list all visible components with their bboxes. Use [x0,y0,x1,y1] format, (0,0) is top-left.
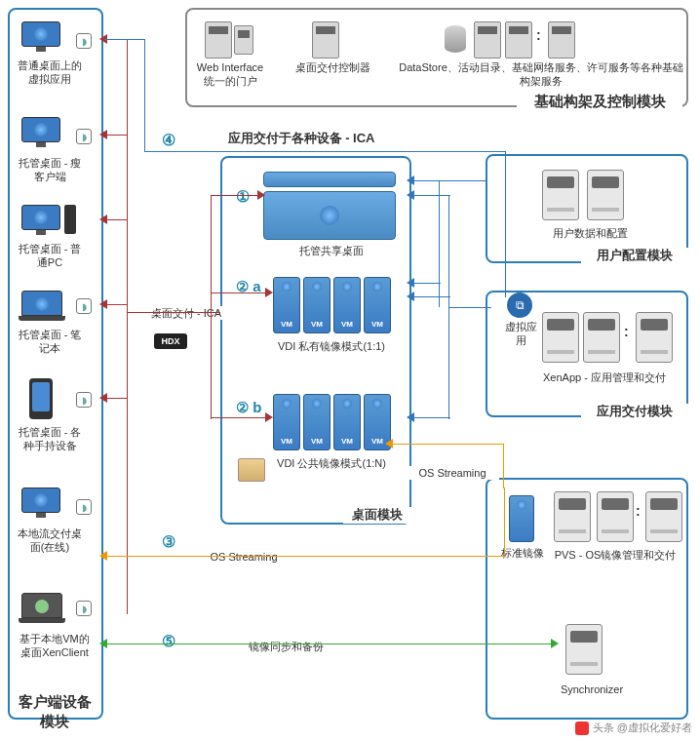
arrow-icon [257,190,270,200]
client-label-2: 托管桌面 - 普通PC [16,242,84,270]
arrow-icon [265,412,278,422]
line [144,151,505,152]
infra-label-0a: Web Interface [191,60,269,74]
wifi-icon: ◗ [76,33,92,49]
line [390,444,503,445]
arrow-icon [95,299,107,309]
arrow-icon [402,292,414,301]
sync-server-icon [565,624,603,675]
wifi-icon: ◗ [76,298,92,314]
line [211,195,212,419]
wifi-icon: ◗ [76,601,92,616]
hosted-bar [263,172,396,187]
ellipsis: : [624,324,629,339]
server-icon [597,491,634,542]
desktop-ica-label: 桌面交付 - ICA [133,306,240,320]
client-label-0: 普通桌面上的虚拟应用 [16,58,84,87]
line [411,180,486,181]
arrow-icon [95,393,107,403]
virt-app-label: 虚拟应用 [501,320,540,348]
sync-label: Synchronizer [538,682,645,696]
line [127,39,128,614]
client-title: 客户端设备模块 [16,692,94,730]
arrow-icon [402,278,414,288]
infra-srv-3 [548,21,575,58]
num-3: ③ [162,532,175,553]
client-label-5: 本地流交付桌面(在线) [16,526,84,555]
line [503,444,504,488]
ellipsis: : [636,503,641,519]
std-image-label: 标准镜像 [501,546,544,560]
wifi-icon: ◗ [76,129,92,144]
arrow-icon [95,551,107,561]
server-icon [587,170,624,220]
client-item-2 [21,205,60,230]
client-label-1: 托管桌面 - 瘦客户端 [16,156,84,184]
vdi-private-label: VDI 私有镜像模式(1:1) [273,339,390,353]
user-cfg-title: 用户配置模块 [581,248,688,264]
client-item-1 [21,117,60,142]
client-item-6 [21,593,62,618]
arrow-icon [265,288,278,297]
web-interface-icon [205,21,232,58]
client-item-0 [21,21,60,47]
line [104,304,127,305]
client-label-6: 基于本地VM的桌面XenClient [16,632,94,660]
xenapp-label: XenApp - 应用管理和交付 [526,370,682,384]
line [211,195,259,196]
vdi-public-rack: VM VM VM VM [273,394,391,450]
line [104,556,504,557]
client-item-3 [21,291,62,316]
hdx-badge: HDX [154,333,187,349]
web-interface-icon-2 [234,25,253,55]
line [211,292,267,293]
num-5: ⑤ [162,632,175,652]
pvs-label: PVS - OS镜像管理和交付 [542,548,688,562]
arrow-icon [95,639,107,648]
line [104,398,127,399]
wifi-icon: ◗ [76,392,92,408]
app-deliver-title: 应用交付模块 [581,404,688,420]
user-cfg-label: 用户数据和配置 [536,226,643,240]
line [104,39,144,40]
client-label-3: 托管桌面 - 笔记本 [16,328,84,356]
os-stream-label: OS Streaming [195,550,292,564]
vdi-private-rack: VM VM VM VM [273,277,391,333]
num-1: ① [236,187,250,208]
num-2b: ② b [236,398,261,417]
server-icon [542,312,579,363]
vdi-public-label: VDI 公共镜像模式(1:N) [273,456,390,470]
arrow-icon [95,130,107,139]
virt-app-icon: ⧉ [507,292,532,318]
infra-title: 基础构架及控制模块 [517,92,682,111]
line [439,180,440,307]
server-icon [636,312,673,363]
client-item-5 [21,488,60,513]
ica-title: 应用交付于各种设备 - ICA [189,131,413,147]
ellipsis: : [536,27,541,43]
line [127,312,220,313]
tower-icon [64,205,76,234]
arrow-icon [402,412,414,422]
line [411,296,450,297]
line [448,195,449,419]
server-icon [554,491,591,542]
line [504,488,505,556]
line [448,307,491,308]
arrow-icon [95,214,107,224]
line [505,151,506,297]
mirror-sync-label: 镜像同步和备份 [232,640,339,653]
line [411,195,450,196]
arrow-icon [402,190,414,200]
arrow-icon [402,176,414,185]
server-icon [583,312,620,363]
line [104,219,127,220]
infra-srv-1 [474,21,501,58]
server-icon [542,170,579,220]
arrow-icon [551,639,564,648]
infra-label-1: 桌面交付控制器 [289,60,376,74]
std-image-icon [509,495,534,542]
line [104,644,553,644]
line [144,39,145,151]
infra-label-2: DataStore、活动目录、基础网络服务、许可服务等各种基础构架服务 [398,60,684,89]
